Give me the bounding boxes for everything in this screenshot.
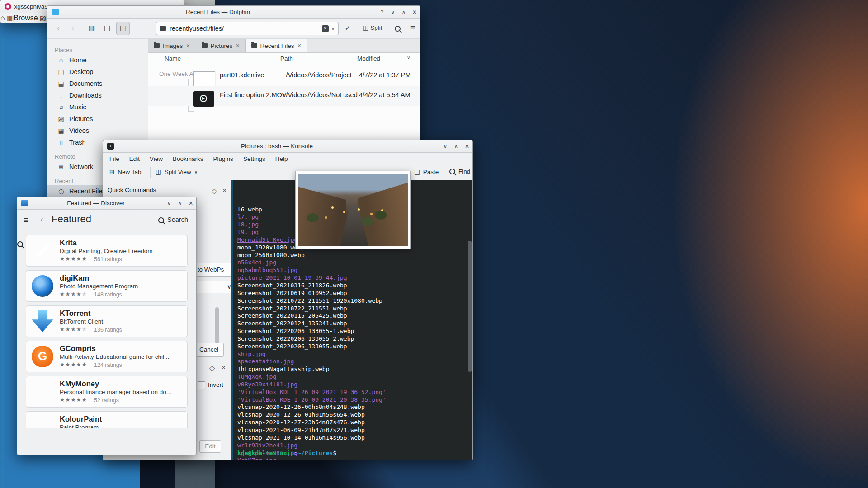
places-item[interactable]: Videos bbox=[47, 125, 148, 136]
places-item-icon bbox=[57, 161, 66, 173]
app-icon bbox=[32, 275, 53, 297]
dolphin-toolbar: ‹ › ▦ ▤ ◫ recentlyused:/files/ ✕ ∨ ✓ ◫ S… bbox=[47, 19, 420, 39]
back-icon[interactable]: ‹ bbox=[53, 22, 64, 34]
minimize-icon[interactable]: ∨ bbox=[440, 143, 451, 150]
menu-item[interactable]: File bbox=[109, 155, 119, 162]
close-panel-icon[interactable]: × bbox=[222, 187, 226, 195]
browse-mode-button[interactable]: ▦Browse bbox=[7, 14, 38, 22]
location-text[interactable]: recentlyused:/files/ bbox=[170, 25, 224, 32]
menu-item[interactable]: Edit bbox=[129, 155, 140, 162]
maximize-icon[interactable]: ∧ bbox=[398, 9, 409, 15]
menu-item[interactable]: View bbox=[150, 155, 163, 162]
terminal-scrollbar[interactable] bbox=[468, 241, 472, 372]
forward-icon[interactable]: › bbox=[67, 22, 78, 34]
folder-tab[interactable]: Images ✕ bbox=[148, 39, 196, 52]
places-item[interactable]: Places bbox=[47, 42, 148, 54]
paste-button[interactable]: ▤Paste bbox=[414, 168, 439, 175]
discover-titlebar[interactable]: Featured — Discover ∨ ∧ ✕ bbox=[17, 197, 196, 210]
places-item[interactable]: Pictures bbox=[47, 113, 148, 125]
app-name: Krita bbox=[60, 239, 77, 247]
back-icon[interactable]: ‹ bbox=[41, 215, 43, 224]
app-rating-stars: ★★★★★ bbox=[60, 396, 87, 403]
terminal-line: YrbKZzq.jpg bbox=[237, 457, 466, 460]
places-item[interactable]: Downloads bbox=[47, 89, 148, 101]
split-view-button[interactable]: ◫Split View∨ bbox=[156, 168, 198, 175]
terminal-line: vlcsnap-2021-10-14-01h16m14s956.webp bbox=[237, 434, 466, 442]
places-item-label: Remote bbox=[55, 153, 75, 160]
hamburger-menu-icon[interactable]: ≡ bbox=[24, 215, 28, 225]
discover-window-title: Featured — Discover bbox=[28, 200, 164, 206]
sort-dropdown-icon[interactable]: ∨ bbox=[407, 55, 410, 60]
new-tab-button[interactable]: ⊞New Tab bbox=[109, 168, 142, 175]
float-icon[interactable]: ◇ bbox=[209, 364, 215, 372]
location-bar[interactable]: recentlyused:/files/ ✕ ∨ bbox=[156, 22, 339, 35]
street-photo bbox=[298, 174, 408, 246]
details-view-icon[interactable]: ◫ bbox=[116, 22, 130, 35]
compact-view-icon[interactable]: ▤ bbox=[101, 22, 113, 34]
maximize-icon[interactable]: ∧ bbox=[175, 200, 185, 206]
places-item-label: Downloads bbox=[69, 89, 102, 101]
close-tab-icon[interactable]: ✕ bbox=[236, 43, 240, 49]
dolphin-titlebar[interactable]: Recent Files — Dolphin ? ∨ ∧ ✕ bbox=[47, 6, 420, 19]
icons-view-icon[interactable]: ▦ bbox=[85, 22, 98, 34]
folder-icon bbox=[154, 43, 160, 48]
file-rows: part01.kdenlive ~/Videos/Videos/Project … bbox=[148, 66, 420, 106]
file-row[interactable]: First line option 2.MOV ~/Videos/Videos/… bbox=[148, 86, 420, 106]
menu-item[interactable]: Help bbox=[275, 155, 288, 162]
file-modified: 4/7/22 at 1:37 PM bbox=[359, 71, 410, 79]
column-modified[interactable]: Modified bbox=[357, 55, 380, 62]
close-icon[interactable]: ✕ bbox=[462, 143, 472, 150]
places-item[interactable]: Home bbox=[47, 54, 148, 66]
column-name[interactable]: Name bbox=[165, 55, 181, 62]
minimize-icon[interactable]: ∨ bbox=[387, 9, 398, 15]
places-item[interactable]: Desktop bbox=[47, 66, 148, 78]
app-card[interactable]: KMyMoney Personal finance manager based … bbox=[26, 376, 188, 408]
search-button[interactable]: Search bbox=[158, 216, 188, 223]
clear-location-icon[interactable]: ✕ bbox=[322, 25, 329, 32]
cancel-button[interactable]: Cancel bbox=[194, 343, 224, 357]
panel-scrollbar[interactable] bbox=[215, 307, 219, 343]
places-item-label: Places bbox=[55, 47, 72, 53]
app-description: Paint Program bbox=[60, 424, 99, 428]
menu-item[interactable]: Plugins bbox=[213, 155, 233, 162]
folder-tab[interactable]: Pictures ✕ bbox=[196, 39, 246, 52]
places-item[interactable]: Documents bbox=[47, 78, 148, 89]
edit-button[interactable]: Edit bbox=[199, 440, 221, 453]
terminal-line: TQMgXqK.jpg bbox=[237, 373, 466, 381]
terminal-toggle-icon[interactable]: ✓ bbox=[342, 22, 353, 34]
app-card[interactable]: digiKam Photo Management Program ★★★★★ 1… bbox=[26, 270, 188, 302]
find-button[interactable]: Find bbox=[449, 168, 470, 175]
split-button[interactable]: ◫ Split bbox=[357, 22, 388, 34]
app-card[interactable]: Krita Digital Painting, Creative Freedom… bbox=[26, 235, 188, 267]
hamburger-menu-icon[interactable]: ≡ bbox=[407, 22, 418, 34]
file-row[interactable]: part01.kdenlive ~/Videos/Videos/Project … bbox=[148, 66, 420, 86]
location-dropdown-icon[interactable]: ∨ bbox=[331, 26, 335, 31]
konsole-toolbar: ⊞New Tab ◫Split View∨ ▤Paste Find bbox=[103, 164, 472, 181]
invert-checkbox[interactable] bbox=[198, 381, 205, 389]
folder-tab[interactable]: Recent Files ✕ bbox=[246, 39, 307, 52]
maximize-icon[interactable]: ∧ bbox=[451, 143, 462, 150]
app-card[interactable]: GCompris Multi-Activity Educational game… bbox=[26, 341, 188, 372]
terminal-line: spacestation.jpg bbox=[237, 358, 466, 366]
close-panel-icon[interactable]: × bbox=[222, 364, 226, 372]
column-path[interactable]: Path bbox=[280, 55, 293, 62]
close-icon[interactable]: ✕ bbox=[185, 200, 196, 206]
app-icon bbox=[32, 310, 53, 332]
menu-item[interactable]: Settings bbox=[243, 155, 265, 162]
menu-item[interactable]: Bookmarks bbox=[173, 155, 203, 162]
search-icon[interactable] bbox=[392, 22, 403, 34]
app-card[interactable]: KTorrent BitTorrent Client ★★★★★ 136 rat… bbox=[26, 305, 188, 337]
konsole-titlebar[interactable]: › Pictures : bash — Konsole ∨ ∧ ✕ bbox=[103, 140, 472, 153]
minimize-icon[interactable]: ∨ bbox=[164, 200, 175, 206]
terminal-line: Screenshot_20220206_133055-2.webp bbox=[237, 335, 466, 343]
places-item[interactable]: Music bbox=[47, 101, 148, 113]
places-item-icon bbox=[57, 136, 66, 148]
app-description: BitTorrent Client bbox=[60, 318, 103, 325]
close-tab-icon[interactable]: ✕ bbox=[186, 43, 190, 49]
home-icon[interactable]: ⌂ bbox=[0, 14, 5, 22]
close-icon[interactable]: ✕ bbox=[409, 9, 420, 15]
help-icon[interactable]: ? bbox=[377, 9, 387, 15]
float-icon[interactable]: ◇ bbox=[212, 187, 217, 195]
app-card[interactable]: KolourPaint Paint Program bbox=[26, 411, 188, 428]
close-tab-icon[interactable]: ✕ bbox=[297, 43, 302, 49]
